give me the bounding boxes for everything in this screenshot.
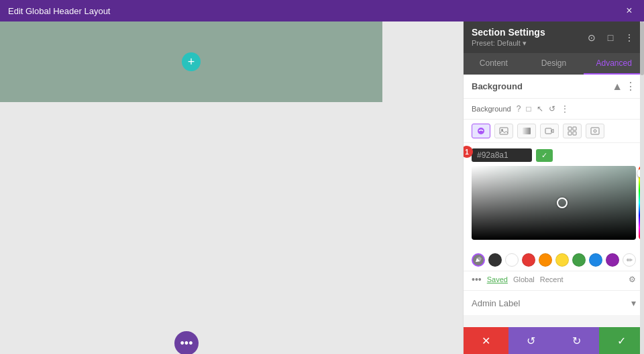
scrollbar-thumb[interactable] [640,21,644,75]
color-hex-row: ✓ [472,148,636,162]
header-block: + [0,21,382,102]
swatches-row: ✏ [464,249,644,271]
panel-preset[interactable]: Preset: Default ▾ [472,39,545,48]
swatch-edit-icon[interactable]: ✏ [623,253,636,267]
section-more-icon[interactable]: ⋮ [625,80,636,93]
svg-point-0 [478,128,484,134]
swatch-white[interactable] [505,253,519,267]
panel-title: Section Settings [472,27,545,38]
close-icon[interactable]: × [623,4,636,17]
bg-type-gradient[interactable] [517,124,536,138]
title-bar: Edit Global Header Layout × [0,0,644,21]
svg-rect-9 [591,128,599,134]
settings-panel: Section Settings Preset: Default ▾ ⊙ □ ⋮… [463,21,644,354]
admin-chevron-icon: ▾ [631,298,636,308]
background-title: Background [472,81,523,91]
swatch-tab-recent[interactable]: Recent [540,275,564,283]
admin-label-text: Admin Label [472,298,520,308]
color-confirm-button[interactable]: ✓ [536,149,553,162]
cancel-button[interactable]: ✕ [464,327,508,354]
background-type-icons [464,120,644,143]
swatch-purple[interactable] [606,253,619,267]
swatch-settings-icon[interactable]: ⚙ [629,275,636,284]
svg-rect-4 [545,128,551,134]
color-hex-input[interactable] [472,148,532,162]
background-controls: Background ? □ ↖ ↺ ⋮ [464,99,644,120]
bg-type-color[interactable] [472,124,490,138]
more-icon[interactable]: ⋮ [623,31,636,44]
color-picker-area: 1 ✓ [464,143,644,249]
bg-type-pattern[interactable] [563,124,582,138]
svg-point-10 [594,130,596,132]
panel-tabs: Content Design Advanced [464,53,644,75]
swatch-red[interactable] [522,253,535,267]
tab-content[interactable]: Content [464,53,524,75]
background-label: Background [472,105,511,113]
action-bar: ✕ ↺ ↻ ✓ [464,327,644,354]
options-icon[interactable]: ⋮ [561,104,569,114]
add-button[interactable]: + [182,52,201,71]
bg-type-map[interactable] [586,124,604,138]
layout-icon[interactable]: □ [604,31,617,44]
svg-point-2 [501,129,503,131]
svg-rect-6 [573,127,576,130]
svg-rect-3 [523,128,531,134]
redo-button[interactable]: ↻ [554,327,599,354]
help-icon[interactable]: ? [517,104,521,114]
more-options-button[interactable]: ••• [174,331,199,354]
section-collapse-icon[interactable]: ▲ [612,81,623,93]
undo-button[interactable]: ↺ [508,327,553,354]
gradient-cursor[interactable] [557,197,568,208]
color-gradient-canvas[interactable] [472,166,636,240]
panel-body: Background ▲ ⋮ Background ? □ ↖ ↺ ⋮ [464,75,644,327]
save-button[interactable]: ✓ [599,327,644,354]
swatch-tab-global[interactable]: Global [513,275,535,283]
swatch-green[interactable] [572,253,586,267]
svg-rect-7 [568,132,572,135]
panel-header-icons: ⊙ □ ⋮ [585,31,636,44]
swatch-yellow[interactable] [555,253,569,267]
cursor-icon[interactable]: ↖ [537,104,543,114]
swatch-blue[interactable] [589,253,602,267]
bg-type-image[interactable] [494,124,513,138]
title-bar-label: Edit Global Header Layout [8,6,110,16]
scrollbar-track [640,21,644,354]
tab-design[interactable]: Design [524,53,584,75]
reset-icon[interactable]: ↺ [549,104,555,114]
tab-advanced[interactable]: Advanced [584,53,644,75]
swatches-label-row: ••• Saved Global Recent ⚙ [464,271,644,290]
panel-header: Section Settings Preset: Default ▾ ⊙ □ ⋮ [464,21,644,53]
responsive-icon[interactable]: ⊙ [585,31,598,44]
swatches-more-icon[interactable]: ••• [472,274,482,285]
canvas-content: + ••• [0,21,382,354]
swatch-tab-saved[interactable]: Saved [487,275,508,283]
bg-type-video[interactable] [540,124,559,138]
background-section-header: Background ▲ ⋮ [464,75,644,99]
swatch-pencil-active[interactable] [472,253,485,267]
swatch-orange[interactable] [539,253,552,267]
device-icon[interactable]: □ [526,104,531,114]
svg-rect-5 [568,127,572,130]
admin-label-section[interactable]: Admin Label ▾ [464,290,644,315]
section-header-right: ▲ ⋮ [612,80,636,93]
swatch-black[interactable] [488,253,502,267]
svg-rect-8 [573,132,576,135]
svg-rect-1 [500,128,508,134]
